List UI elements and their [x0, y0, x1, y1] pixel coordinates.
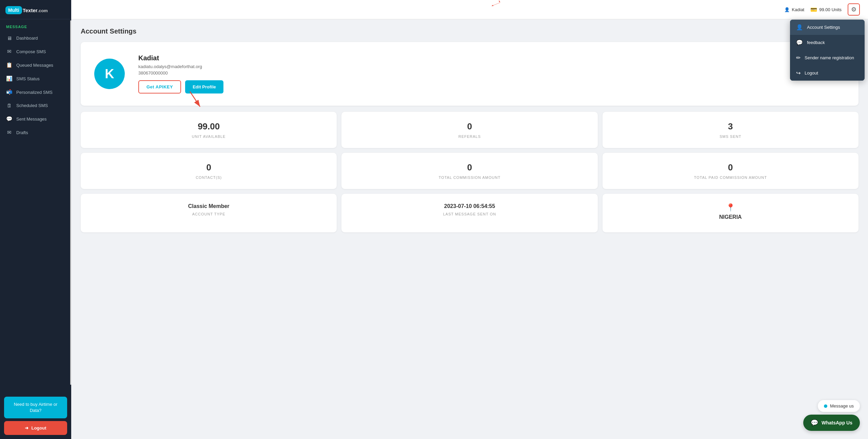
- gear-icon: ⚙: [851, 6, 856, 13]
- stat-card-commission: 0 TOTAL COMMISSION AMOUNT: [341, 153, 597, 189]
- stat-value-sms-sent: 3: [609, 121, 852, 132]
- compose-icon: ✉: [6, 48, 12, 55]
- red-arrows-annotation: [71, 0, 868, 19]
- sidebar-divider: [70, 20, 71, 385]
- dashboard-icon: 🖥: [6, 35, 12, 41]
- dropdown-item-account-settings[interactable]: 👤 Account Settings: [790, 20, 865, 35]
- personalized-icon: 📬: [6, 89, 12, 95]
- bottom-card-last-message: 2023-07-10 06:54:55 LAST MESSAGE SENT ON: [341, 194, 597, 232]
- location-icon: 📍: [609, 203, 852, 212]
- profile-info: Kadiat kadiatu.odalys@madeforthat.org 38…: [138, 54, 845, 93]
- logout-arrow-icon: ➜: [25, 425, 28, 431]
- sender-name-icon: ✏: [796, 55, 801, 61]
- sidebar-item-label: Compose SMS: [16, 49, 46, 54]
- profile-email: kadiatu.odalys@madeforthat.org: [138, 64, 845, 69]
- logo-texter: Texter.com: [23, 7, 48, 13]
- bottom-card-account-type: Classic Member ACCOUNT TYPE: [81, 194, 337, 232]
- stats-grid-1: 99.00 UNIT AVAILABLE 0 REFERALS 3 SMS SE…: [81, 112, 859, 148]
- sidebar-item-label: Sent Messages: [16, 117, 47, 122]
- sidebar-item-sent-messages[interactable]: 💬 Sent Messages: [0, 112, 71, 126]
- whatsapp-icon: 💬: [811, 419, 818, 426]
- sidebar-logout-label: Logout: [31, 425, 46, 431]
- dropdown-menu: 👤 Account Settings 💬 feedback ✏ Sender n…: [790, 20, 865, 81]
- logout-icon: ↪: [796, 70, 801, 76]
- bottom-grid: Classic Member ACCOUNT TYPE 2023-07-10 0…: [81, 194, 859, 232]
- account-type-label: ACCOUNT TYPE: [87, 212, 330, 216]
- stat-card-referals: 0 REFERALS: [341, 112, 597, 148]
- svg-line-2: [499, 0, 500, 3]
- stat-value-units: 99.00: [87, 121, 330, 132]
- topbar-user: 👤 Kadiat: [784, 7, 804, 12]
- buy-airtime-button[interactable]: Need to buy Airtime or Data?: [4, 397, 67, 418]
- sidebar-item-drafts[interactable]: ✉ Drafts: [0, 126, 71, 139]
- sidebar: Multi Texter.com Message 🖥 Dashboard ✉ C…: [0, 0, 71, 439]
- whatsapp-button[interactable]: 💬 WhatsApp Us: [803, 415, 860, 431]
- stat-value-commission: 0: [348, 162, 591, 173]
- account-type-value: Classic Member: [87, 203, 330, 209]
- dropdown-item-label: feedback: [807, 40, 825, 45]
- sidebar-logo: Multi Texter.com: [0, 0, 71, 19]
- avatar: K: [94, 59, 125, 89]
- stat-label-commission: TOTAL COMMISSION AMOUNT: [348, 175, 591, 180]
- profile-actions: Get APIKEY Edit Profile: [138, 80, 845, 93]
- stats-grid-2: 0 CONTACT(S) 0 TOTAL COMMISSION AMOUNT 0…: [81, 153, 859, 189]
- feedback-icon: 💬: [796, 39, 803, 46]
- sidebar-logout-button[interactable]: ➜ Logout: [4, 421, 67, 435]
- last-message-label: LAST MESSAGE SENT ON: [348, 212, 591, 216]
- topbar: 👤 Kadiat 💳 99.00 Units ⚙ 👤 Account Setti…: [71, 0, 868, 19]
- stat-card-paid-commission: 0 TOTAL PAID COMMISSION AMOUNT: [603, 153, 859, 189]
- drafts-icon: ✉: [6, 129, 12, 135]
- sidebar-item-sms-status[interactable]: 📊 SMS Status: [0, 72, 71, 85]
- sidebar-item-label: Drafts: [16, 130, 28, 135]
- sidebar-item-label: Personalized SMS: [16, 90, 53, 95]
- sidebar-bottom: Need to buy Airtime or Data? ➜ Logout: [0, 393, 71, 439]
- sidebar-item-label: SMS Status: [16, 76, 40, 81]
- stat-label-paid-commission: TOTAL PAID COMMISSION AMOUNT: [609, 175, 852, 180]
- sidebar-item-scheduled-sms[interactable]: 🗓 Scheduled SMS: [0, 99, 71, 112]
- topbar-username: Kadiat: [792, 7, 804, 12]
- units-icon: 💳: [810, 6, 817, 13]
- dropdown-item-sender-name[interactable]: ✏ Sender name registration: [790, 50, 865, 65]
- message-us-label: Message us: [830, 403, 854, 409]
- profile-phone: 380670000000: [138, 70, 845, 76]
- sidebar-nav: 🖥 Dashboard ✉ Compose SMS 📋 Queued Messa…: [0, 32, 71, 393]
- sidebar-item-compose-sms[interactable]: ✉ Compose SMS: [0, 45, 71, 58]
- location-value: NIGERIA: [609, 214, 852, 220]
- stat-label-sms-sent: SMS SENT: [609, 134, 852, 139]
- edit-profile-button[interactable]: Edit Profile: [185, 80, 223, 93]
- sent-icon: 💬: [6, 116, 12, 122]
- account-settings-icon: 👤: [796, 24, 803, 30]
- stat-card-units: 99.00 UNIT AVAILABLE: [81, 112, 337, 148]
- dropdown-item-logout[interactable]: ↪ Logout: [790, 65, 865, 81]
- stat-card-contacts: 0 CONTACT(S): [81, 153, 337, 189]
- stat-value-paid-commission: 0: [609, 162, 852, 173]
- stat-card-sms-sent: 3 SMS SENT: [603, 112, 859, 148]
- dropdown-item-label: Account Settings: [807, 25, 840, 30]
- get-apikey-button[interactable]: Get APIKEY: [138, 80, 181, 93]
- sidebar-item-personalized-sms[interactable]: 📬 Personalized SMS: [0, 85, 71, 99]
- profile-name: Kadiat: [138, 54, 845, 62]
- svg-line-1: [492, 3, 500, 6]
- topbar-units: 💳 99.00 Units: [810, 6, 842, 13]
- page-content: Account Settings K Kadiat kadiatu.odalys…: [71, 19, 868, 439]
- user-icon: 👤: [784, 7, 790, 12]
- queued-icon: 📋: [6, 62, 12, 68]
- stat-label-contacts: CONTACT(S): [87, 175, 330, 180]
- message-us-bubble[interactable]: Message us: [818, 400, 860, 412]
- sidebar-item-queued-messages[interactable]: 📋 Queued Messages: [0, 58, 71, 72]
- sidebar-section-message: Message: [0, 19, 71, 32]
- profile-card: K Kadiat kadiatu.odalys@madeforthat.org …: [81, 42, 859, 106]
- message-dot: [824, 404, 827, 408]
- main-content: 👤 Kadiat 💳 99.00 Units ⚙ 👤 Account Setti…: [71, 0, 868, 439]
- last-message-value: 2023-07-10 06:54:55: [348, 203, 591, 209]
- settings-gear-button[interactable]: ⚙: [848, 3, 860, 16]
- sidebar-item-dashboard[interactable]: 🖥 Dashboard: [0, 32, 71, 45]
- page-title: Account Settings: [81, 27, 859, 35]
- bottom-card-location: 📍 NIGERIA: [603, 194, 859, 232]
- whatsapp-label: WhatsApp Us: [822, 420, 852, 425]
- dropdown-item-feedback[interactable]: 💬 feedback: [790, 35, 865, 50]
- stat-label-units: UNIT AVAILABLE: [87, 134, 330, 139]
- status-icon: 📊: [6, 76, 12, 82]
- logo-multi: Multi: [5, 6, 22, 14]
- dropdown-item-label: Logout: [805, 70, 818, 76]
